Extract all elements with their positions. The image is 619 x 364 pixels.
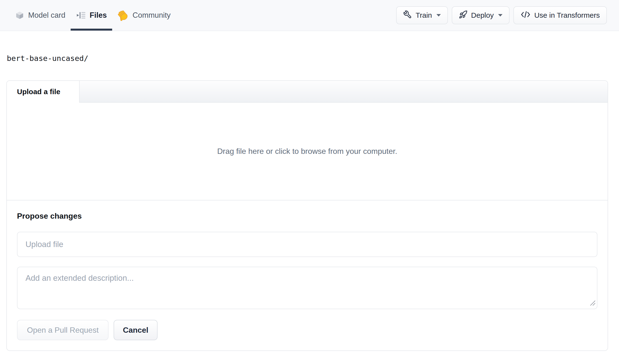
tab-files-label: Files — [90, 11, 107, 20]
rocket-icon — [459, 10, 467, 21]
tab-row-filler — [80, 81, 608, 103]
train-button[interactable]: Train — [396, 6, 448, 24]
description-field-wrap — [17, 267, 597, 309]
wrench-icon — [403, 10, 412, 21]
upload-a-file-tab[interactable]: Upload a file — [7, 81, 80, 103]
chevron-down-icon — [498, 14, 503, 16]
upload-panel: Upload a file Drag file here or click to… — [6, 80, 608, 351]
upload-filename-input[interactable] — [17, 232, 597, 257]
chevron-down-icon — [436, 14, 441, 16]
use-in-transformers-label: Use in Transformers — [534, 11, 600, 19]
model-card-cube-icon — [15, 11, 24, 20]
tab-model-card-label: Model card — [28, 11, 65, 20]
tab-community[interactable]: Community — [112, 0, 176, 30]
tab-model-card[interactable]: Model card — [10, 0, 71, 30]
upload-panel-tab-row: Upload a file — [7, 81, 608, 103]
open-pull-request-button[interactable]: Open a Pull Request — [17, 320, 109, 340]
extended-description-textarea[interactable] — [17, 267, 597, 309]
propose-changes-section: Propose changes Open a Pull Request Canc… — [7, 200, 608, 350]
tab-community-label: Community — [133, 11, 171, 20]
code-icon — [521, 10, 531, 20]
file-dropzone[interactable]: Drag file here or click to browse from y… — [7, 103, 608, 200]
deploy-button-label: Deploy — [471, 11, 494, 19]
use-in-transformers-button[interactable]: Use in Transformers — [513, 6, 607, 24]
repo-tabs: Model card Files — [10, 0, 176, 30]
tab-files[interactable]: Files — [71, 0, 112, 30]
propose-actions-row: Open a Pull Request Cancel — [17, 320, 597, 340]
breadcrumb: bert-base-uncased/ — [7, 54, 619, 63]
train-button-label: Train — [416, 11, 432, 19]
repo-nav-bar: Model card Files — [0, 0, 619, 31]
deploy-button[interactable]: Deploy — [452, 6, 509, 24]
dropzone-hint-text: Drag file here or click to browse from y… — [217, 147, 397, 156]
files-list-icon — [76, 11, 86, 20]
cancel-button[interactable]: Cancel — [113, 320, 157, 340]
waving-hand-icon — [117, 10, 129, 21]
textarea-resize-handle-icon[interactable] — [589, 300, 596, 307]
repo-action-buttons: Train Deploy — [396, 0, 607, 30]
propose-changes-heading: Propose changes — [17, 212, 597, 221]
